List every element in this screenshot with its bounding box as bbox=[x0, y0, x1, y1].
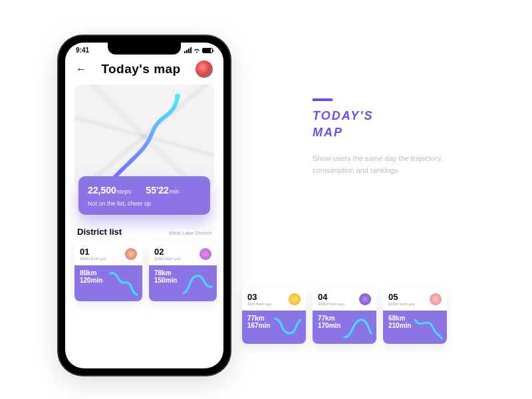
district-card[interactable]: 04 210m from you 77km 170min bbox=[313, 287, 376, 344]
promo-block: TODAY'S MAP Show users the same day the … bbox=[313, 98, 485, 177]
user-avatar bbox=[200, 248, 211, 260]
phone-notch bbox=[108, 43, 181, 55]
rank-number: 03 bbox=[247, 292, 272, 302]
district-card[interactable]: 01 100m from you 80km 120min bbox=[74, 242, 142, 301]
statusbar-time: 9:41 bbox=[76, 47, 89, 54]
district-card[interactable]: 03 10m from you 77km 167min bbox=[242, 287, 306, 344]
battery-icon bbox=[202, 48, 213, 53]
distance-from: 210m from you bbox=[388, 302, 415, 306]
promo-title-line: MAP bbox=[313, 124, 485, 141]
district-card[interactable]: 05 210m from you 68km 210min bbox=[383, 287, 447, 344]
distance-from: 210m from you bbox=[318, 302, 344, 306]
signal-icon bbox=[184, 47, 192, 53]
district-card[interactable]: 02 210m from you 78km 150min bbox=[149, 242, 217, 301]
distance-from: 100m from you bbox=[80, 257, 106, 261]
phone-frame: 9:41 ← Today's map bbox=[59, 36, 230, 375]
steps-value: 22,500 bbox=[88, 185, 116, 196]
back-icon[interactable]: ← bbox=[76, 63, 86, 75]
profile-avatar[interactable] bbox=[196, 61, 213, 78]
map-view[interactable] bbox=[74, 84, 214, 188]
wifi-icon bbox=[194, 48, 200, 53]
mini-route-icon bbox=[105, 268, 140, 299]
rank-number: 04 bbox=[318, 292, 344, 302]
district-location[interactable]: West Lake District bbox=[169, 230, 211, 236]
page-title: Today's map bbox=[101, 62, 180, 76]
dash-icon bbox=[313, 98, 332, 101]
time-unit: min bbox=[170, 188, 180, 195]
distance-from: 210m from you bbox=[154, 257, 181, 261]
rank-number: 02 bbox=[154, 247, 181, 257]
mini-route-icon bbox=[339, 313, 374, 344]
rank-number: 01 bbox=[80, 247, 106, 257]
stats-card: 22,500steps 55'22min Not on the list, ch… bbox=[78, 176, 210, 215]
district-cards-row[interactable]: 01 100m from you 80km 120min 02 210m fro… bbox=[65, 242, 223, 301]
promo-title-line: TODAY'S bbox=[313, 108, 485, 124]
mini-route-icon bbox=[410, 313, 444, 344]
district-header: District list West Lake District bbox=[65, 215, 223, 242]
phone-screen: 9:41 ← Today's map bbox=[65, 43, 223, 368]
stats-message: Not on the list, cheer up bbox=[88, 200, 201, 207]
user-avatar bbox=[359, 293, 371, 305]
district-title: District list bbox=[77, 227, 122, 237]
time-value: 55'22 bbox=[146, 185, 168, 196]
promo-description: Show users the same day the trajectory, … bbox=[313, 153, 485, 176]
mini-route-icon bbox=[180, 268, 214, 299]
user-avatar bbox=[430, 293, 442, 305]
header: ← Today's map bbox=[65, 54, 223, 82]
mini-route-icon bbox=[269, 313, 303, 344]
svg-point-0 bbox=[175, 94, 180, 99]
user-avatar bbox=[125, 248, 137, 260]
user-avatar bbox=[289, 293, 301, 305]
distance-from: 10m from you bbox=[247, 302, 272, 306]
steps-unit: steps bbox=[117, 188, 132, 195]
district-cards-overflow: 03 10m from you 77km 167min 04 210m from… bbox=[242, 287, 447, 344]
route-path-icon bbox=[74, 84, 214, 188]
rank-number: 05 bbox=[388, 292, 415, 302]
